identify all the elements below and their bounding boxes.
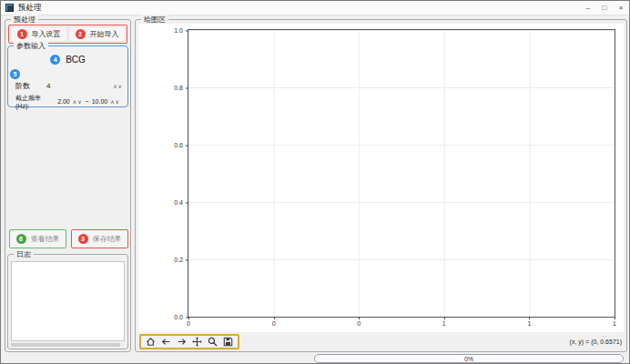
x-tick-label: 1 bbox=[527, 320, 531, 327]
maximize-button[interactable]: □ bbox=[596, 1, 613, 15]
filter-order-stepper[interactable]: ∧∨ bbox=[113, 83, 123, 89]
save-results-label: 保存结果 bbox=[93, 234, 122, 244]
y-tick-label: 0.6 bbox=[174, 142, 183, 148]
step6-badge: 6 bbox=[16, 234, 26, 244]
x-tick-label: 1 bbox=[442, 320, 446, 327]
cutoff-frequency-label: 截止频率(Hz): bbox=[15, 94, 55, 109]
view-results-label: 查看结果 bbox=[31, 234, 60, 244]
start-import-button[interactable]: 2 开始导入 bbox=[68, 26, 126, 42]
save-results-button[interactable]: 3 保存结果 bbox=[71, 229, 128, 248]
signal-type-row: 4 BCG bbox=[8, 55, 127, 65]
window-controls: – □ × bbox=[580, 1, 629, 15]
progress-percent-label: 0% bbox=[464, 356, 473, 362]
y-tick-label: 0.2 bbox=[174, 257, 183, 263]
log-textarea[interactable] bbox=[11, 261, 125, 341]
chevron-down-icon[interactable]: ∨ bbox=[116, 99, 120, 105]
plot-canvas[interactable]: 1.0 0.8 0.6 0.4 0.2 0.0 0 0 0 1 1 1 bbox=[138, 24, 624, 332]
import-settings-button[interactable]: 1 导入设置 bbox=[10, 26, 67, 42]
start-import-label: 开始导入 bbox=[90, 29, 119, 39]
cursor-coords-readout: (x, y) = (0, 0.6571) bbox=[570, 339, 622, 345]
plot-area-panel: 绘图区 1.0 0.8 0.6 0.4 0.2 0.0 0 0 0 1 1 1 bbox=[135, 19, 627, 352]
step3-badge: 3 bbox=[78, 234, 88, 244]
x-tick-label: 0 bbox=[272, 320, 276, 327]
y-tick-label: 0.4 bbox=[174, 199, 183, 206]
back-arrow-icon[interactable] bbox=[161, 337, 171, 347]
cutoff-low-field[interactable]: 2.00 bbox=[57, 98, 70, 105]
filter-order-field[interactable]: 4 bbox=[46, 82, 50, 90]
step4-badge: 4 bbox=[50, 55, 60, 65]
preprocess-window: { "window": { "title": "预处理", "minimize"… bbox=[0, 0, 630, 364]
cutoff-high-stepper[interactable]: ∧∨ bbox=[110, 98, 120, 105]
view-results-button[interactable]: 6 查看结果 bbox=[9, 229, 66, 248]
signal-type-label: BCG bbox=[66, 55, 86, 65]
filter-order-row: 阶数 4 ∧∨ bbox=[15, 81, 123, 91]
matplotlib-toolbar bbox=[139, 334, 239, 349]
close-button[interactable]: × bbox=[613, 1, 629, 15]
save-icon[interactable] bbox=[223, 337, 233, 347]
window-title: 预处理 bbox=[18, 3, 42, 14]
preprocess-panel-label: 预处理 bbox=[11, 15, 38, 25]
preprocess-panel: 预处理 1 导入设置 2 开始导入 参数输入 4 BCG 5 阶数 4 ∧∨ 截… bbox=[5, 19, 131, 352]
cutoff-range-separator: ~ bbox=[86, 98, 89, 105]
log-scrollbar-thumb[interactable] bbox=[11, 343, 120, 347]
x-tick-label: 0 bbox=[187, 320, 190, 327]
cutoff-low-stepper[interactable]: ∧∨ bbox=[73, 98, 83, 105]
parameter-input-label: 参数输入 bbox=[14, 41, 48, 51]
y-tick-label: 1.0 bbox=[174, 27, 183, 34]
y-tick-label: 0.0 bbox=[174, 314, 183, 320]
cutoff-frequency-row: 截止频率(Hz): 2.00 ∧∨ ~ 10.00 ∧∨ bbox=[15, 94, 123, 109]
log-scrollbar[interactable] bbox=[11, 343, 125, 347]
log-panel-label: 日志 bbox=[14, 249, 34, 259]
forward-arrow-icon[interactable] bbox=[177, 337, 187, 347]
chevron-down-icon[interactable]: ∨ bbox=[118, 84, 123, 89]
app-icon bbox=[5, 4, 14, 12]
parameter-input-panel: 参数输入 4 BCG 5 阶数 4 ∧∨ 截止频率(Hz): 2.00 ∧∨ ~… bbox=[7, 46, 128, 107]
zoom-icon[interactable] bbox=[208, 337, 218, 347]
plot-axes[interactable]: 1.0 0.8 0.6 0.4 0.2 0.0 0 0 0 1 1 1 bbox=[188, 29, 615, 318]
x-tick-label: 1 bbox=[613, 320, 616, 327]
step2-badge: 2 bbox=[76, 29, 86, 39]
pan-icon[interactable] bbox=[192, 337, 202, 347]
step1-badge: 1 bbox=[17, 29, 27, 39]
title-bar: 预处理 – □ × bbox=[1, 1, 629, 15]
log-panel: 日志 bbox=[7, 254, 128, 349]
minimize-button[interactable]: – bbox=[580, 1, 596, 15]
step5-badge: 5 bbox=[10, 69, 20, 79]
filter-order-label: 阶数 bbox=[15, 81, 30, 91]
import-settings-label: 导入设置 bbox=[32, 29, 61, 39]
x-tick-label: 0 bbox=[357, 320, 361, 327]
chevron-down-icon[interactable]: ∨ bbox=[77, 99, 82, 105]
result-button-row: 6 查看结果 3 保存结果 bbox=[5, 229, 130, 248]
y-tick-label: 0.8 bbox=[174, 85, 183, 91]
progress-bar: 0% bbox=[314, 354, 624, 363]
cutoff-high-field[interactable]: 10.00 bbox=[92, 98, 108, 105]
home-icon[interactable] bbox=[146, 337, 156, 347]
